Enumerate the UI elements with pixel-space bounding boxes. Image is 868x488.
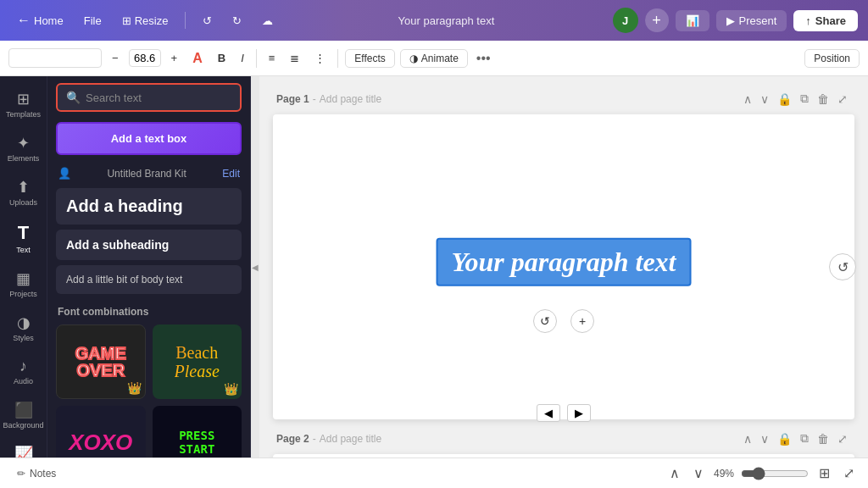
styles-icon: ◑	[17, 313, 31, 332]
grid-view-button[interactable]: ⊞	[815, 462, 833, 485]
resize-button[interactable]: ⊞ Resize	[115, 11, 175, 30]
share-icon: ↑	[805, 14, 811, 27]
sidebar-item-text[interactable]: T Text	[2, 215, 46, 261]
home-button[interactable]: ← Home	[10, 9, 70, 31]
page-2-delete-button[interactable]: 🗑	[814, 430, 832, 447]
font-size-plus-button[interactable]: +	[166, 48, 183, 68]
font-size-input[interactable]	[129, 49, 161, 67]
bottom-bar: ✏ Notes ∧ ∨ 49% ⊞ ⤢	[0, 458, 868, 488]
bold-button[interactable]: B	[213, 48, 231, 68]
color-icon: A	[192, 51, 203, 66]
share-button[interactable]: ↑ Share	[793, 10, 858, 31]
search-box[interactable]: 🔍	[56, 83, 242, 112]
page-1-canvas[interactable]: Your paragraph text ↺ +	[273, 114, 854, 419]
font-combo-game-over[interactable]: GAME OVER 👑	[56, 324, 146, 399]
scroll-left-button[interactable]: ◀	[537, 404, 560, 422]
page-1-copy-button[interactable]: ⧉	[797, 90, 812, 108]
subheading-label: Add a subheading	[66, 238, 169, 252]
animate-button[interactable]: ◑ Animate	[400, 49, 468, 68]
font-combos-grid: GAME OVER 👑 Beach Please 👑 XOXO 👑	[47, 321, 250, 458]
search-input[interactable]	[86, 92, 231, 104]
notes-button[interactable]: ✏ Notes	[10, 464, 63, 483]
page-2-title-input[interactable]: Add page title	[320, 433, 381, 445]
font-combo-xoxo[interactable]: XOXO 👑	[56, 406, 146, 458]
sidebar-item-templates[interactable]: ⊞ Templates	[2, 83, 46, 125]
page-2-lock-button[interactable]: 🔒	[774, 430, 795, 447]
present-label: Present	[739, 14, 777, 27]
animate-icon: ◑	[409, 53, 418, 64]
page-2-label: Page 2	[276, 433, 309, 445]
more-options-button[interactable]: •••	[473, 51, 494, 66]
font-combo-beach-please[interactable]: Beach Please 👑	[153, 324, 242, 399]
page-2-label-row: Page 2 - Add page title ∧ ∨ 🔒 ⧉ 🗑 ⤢	[273, 430, 854, 447]
analytics-button[interactable]: 📊	[676, 10, 709, 31]
fullscreen-button[interactable]: ⤢	[840, 462, 858, 485]
refresh-handle[interactable]: ↺	[829, 253, 856, 280]
page-2-up-button[interactable]: ∧	[740, 430, 755, 447]
page-1-delete-button[interactable]: 🗑	[814, 90, 832, 108]
italic-button[interactable]: I	[236, 48, 249, 68]
zoom-slider[interactable]	[741, 467, 809, 480]
panel-collapse-handle[interactable]: ◀	[251, 76, 259, 458]
page-2-copy-button[interactable]: ⧉	[797, 430, 812, 447]
styles-label: Styles	[13, 334, 34, 342]
add-heading-option[interactable]: Add a heading	[56, 188, 242, 225]
canvas-scroll[interactable]: Page 1 - Add page title ∧ ∨ 🔒 ⧉ 🗑 ⤢	[259, 76, 868, 458]
page-2-down-button[interactable]: ∨	[757, 430, 772, 447]
more-text-button[interactable]: ⋮	[309, 48, 331, 68]
avatar-button[interactable]: J	[613, 8, 638, 33]
save-button[interactable]: ☁	[255, 11, 280, 30]
selection-handles: ↺ +	[533, 309, 594, 333]
add-body-option[interactable]: Add a little bit of body text	[56, 265, 242, 294]
position-button[interactable]: Position	[804, 49, 860, 68]
toolbar-separator-2	[337, 49, 338, 68]
align-list-icon: ≣	[290, 52, 299, 64]
page-1-up-button[interactable]: ∧	[740, 90, 755, 108]
font-size-minus-button[interactable]: −	[107, 48, 124, 68]
sidebar-item-elements[interactable]: ✦ Elements	[2, 127, 46, 169]
file-button[interactable]: File	[77, 11, 108, 30]
font-combo-press-start[interactable]: PRESS START	[153, 406, 242, 458]
font-combos-label: Font combinations	[58, 306, 148, 318]
selected-text-element[interactable]: Your paragraph text	[437, 238, 692, 286]
align-left-button[interactable]: ≡	[264, 48, 281, 68]
add-button[interactable]: +	[645, 8, 669, 32]
page-1-title-input[interactable]: Add page title	[320, 93, 381, 105]
scroll-right-button[interactable]: ▶	[567, 404, 591, 422]
collapse-down-button[interactable]: ∨	[690, 462, 707, 485]
page-1-down-button[interactable]: ∨	[757, 90, 772, 108]
font-family-label: Nexa Slab	[16, 52, 67, 64]
present-button[interactable]: ▶ Present	[716, 10, 787, 31]
sidebar-item-uploads[interactable]: ⬆ Uploads	[2, 171, 46, 214]
body-label: Add a little bit of body text	[66, 274, 182, 286]
projects-icon: ▦	[16, 269, 31, 288]
text-icon: T	[18, 222, 29, 244]
edit-brand-kit-link[interactable]: Edit	[222, 168, 240, 180]
add-element-button[interactable]: +	[570, 309, 594, 333]
font-combos-section-title: Font combinations	[47, 297, 250, 321]
sidebar-item-projects[interactable]: ▦ Projects	[2, 263, 46, 305]
sidebar-item-background[interactable]: ⬛ Background	[2, 394, 46, 436]
elements-icon: ✦	[17, 134, 30, 152]
page-1-block: Page 1 - Add page title ∧ ∨ 🔒 ⧉ 🗑 ⤢	[273, 90, 854, 419]
page-1-lock-button[interactable]: 🔒	[774, 90, 795, 108]
press-start-text: PRESS START	[179, 430, 214, 456]
add-text-box-button[interactable]: Add a text box	[56, 122, 242, 155]
rotate-handle-button[interactable]: ↺	[533, 309, 557, 333]
expand-up-button[interactable]: ∧	[666, 462, 683, 485]
page-1-expand-button[interactable]: ⤢	[834, 90, 851, 108]
effects-button[interactable]: Effects	[345, 49, 394, 68]
add-subheading-option[interactable]: Add a subheading	[56, 230, 242, 260]
sidebar-item-audio[interactable]: ♪ Audio	[2, 351, 46, 392]
sidebar-item-styles[interactable]: ◑ Styles	[2, 307, 46, 349]
notes-label: Notes	[30, 468, 56, 480]
page-2-expand-button[interactable]: ⤢	[834, 430, 851, 447]
page-2-canvas[interactable]	[273, 454, 854, 458]
sidebar-item-charts[interactable]: 📈 Charts	[2, 438, 46, 458]
page-2-block: Page 2 - Add page title ∧ ∨ 🔒 ⧉ 🗑 ⤢	[273, 430, 854, 458]
font-family-select[interactable]: Nexa Slab ▾	[8, 48, 102, 68]
redo-button[interactable]: ↻	[225, 11, 248, 30]
align-list-button[interactable]: ≣	[285, 48, 304, 68]
color-button[interactable]: A	[187, 47, 208, 69]
undo-button[interactable]: ↺	[196, 11, 219, 30]
